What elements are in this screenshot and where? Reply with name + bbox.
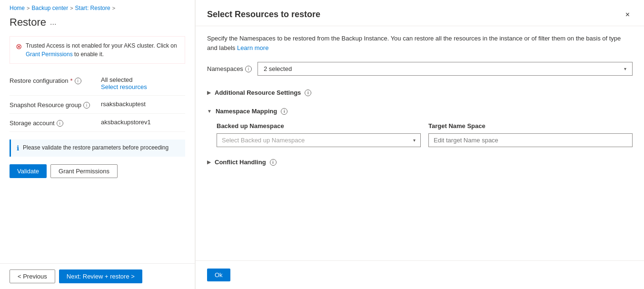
namespaces-value: 2 selected [264,65,292,72]
storage-account-row: Storage account i aksbackupstorev1 [10,114,185,132]
page-title: Restore ... [0,14,195,36]
snapshot-rg-label-text: Snapshot Resource group [10,101,81,109]
warning-box: ⊗ Trusted Access is not enabled for your… [10,36,185,64]
namespaces-dropdown[interactable]: 2 selected ▾ [258,62,633,76]
modal-close-button[interactable]: × [623,10,633,20]
warning-text: Trusted Access is not enabled for your A… [26,41,179,59]
namespaces-label-text: Namespaces [207,65,243,72]
conflict-handling-label: Conflict Handling [215,159,266,166]
additional-settings-section: ▶ Additional Resource Settings i [207,85,633,100]
ok-button[interactable]: Ok [207,269,230,281]
snapshot-rg-info-icon[interactable]: i [83,102,90,109]
modal-description: Specify the Namespaces to be restored fr… [207,34,633,52]
conflict-handling-chevron: ▶ [207,159,211,165]
left-panel: Home > Backup center > Start: Restore > … [0,0,195,289]
namespace-mapping-section: ▼ Namespace Mapping i Backed up Namespac… [207,104,633,151]
target-namespace-input[interactable] [428,133,633,147]
modal-panel: Select Resources to restore × Specify th… [195,0,644,289]
select-resources-link[interactable]: Select resources [101,83,185,90]
action-buttons: Validate Grant Permissions [0,164,195,186]
grant-permissions-button[interactable]: Grant Permissions [50,164,118,178]
restore-config-value-text: All selected [101,76,132,83]
modal-desc-text: Specify the Namespaces to be restored fr… [207,35,621,51]
warning-icon: ⊗ [16,42,22,51]
conflict-handling-info-icon[interactable]: i [270,159,277,166]
modal-title: Select Resources to restore [207,10,320,20]
namespace-mapping-label: Namespace Mapping [216,108,277,115]
conflict-handling-header[interactable]: ▶ Conflict Handling i [207,155,633,169]
modal-header: Select Resources to restore × [196,0,644,26]
restore-config-label: Restore configuration * i [10,76,95,84]
additional-settings-chevron: ▶ [207,90,211,95]
namespaces-info-icon[interactable]: i [245,66,252,72]
storage-account-label: Storage account i [10,119,95,127]
snapshot-rg-row: Snapshot Resource group i rsaksbackuptes… [10,96,185,114]
next-button[interactable]: Next: Review + restore > [59,269,142,283]
backed-up-namespace-header: Backed up Namespace [217,122,421,130]
snapshot-rg-value: rsaksbackuptest [101,100,185,108]
backed-up-namespace-arrow: ▾ [413,138,416,143]
breadcrumb-home[interactable]: Home [10,5,25,11]
restore-config-info-icon[interactable]: i [75,78,81,84]
namespaces-dropdown-arrow: ▾ [624,66,626,71]
additional-settings-info-icon[interactable]: i [305,90,311,96]
namespace-input-row: Select Backed up Namespace ▾ [217,133,633,147]
snapshot-rg-label: Snapshot Resource group i [10,100,95,109]
namespace-mapping-chevron: ▼ [207,109,212,114]
namespaces-label: Namespaces i [207,65,252,72]
namespaces-field-row: Namespaces i 2 selected ▾ [207,62,633,76]
backed-up-namespace-dropdown[interactable]: Select Backed up Namespace ▾ [217,133,421,147]
restore-config-required: * [70,77,73,84]
info-bar: ℹ Please validate the restore parameters… [10,140,185,157]
restore-config-value: All selected Select resources [101,76,185,90]
additional-settings-label: Additional Resource Settings [215,89,301,96]
breadcrumb-sep1: > [27,5,30,11]
breadcrumb-backup-center[interactable]: Backup center [31,5,68,11]
storage-account-value: aksbackupstorev1 [101,119,185,126]
restore-config-row: Restore configuration * i All selected S… [10,71,185,96]
restore-config-label-text: Restore configuration [10,77,69,84]
validate-button[interactable]: Validate [10,164,47,178]
namespace-mapping-content: Backed up Namespace Target Name Space Se… [207,119,633,151]
storage-account-info-icon[interactable]: i [57,120,63,127]
additional-settings-header[interactable]: ▶ Additional Resource Settings i [207,85,633,100]
namespace-table-header: Backed up Namespace Target Name Space [217,122,633,130]
breadcrumb-start-restore[interactable]: Start: Restore [75,5,110,11]
storage-account-value-text: aksbackupstorev1 [101,119,151,126]
namespace-mapping-info-icon[interactable]: i [281,108,287,115]
backed-up-namespace-placeholder: Select Backed up Namespace [222,137,305,144]
info-bar-text: Please validate the restore parameters b… [23,144,168,151]
breadcrumb-sep2: > [70,5,73,11]
storage-account-label-text: Storage account [10,120,55,127]
conflict-handling-section: ▶ Conflict Handling i [207,155,633,169]
previous-button[interactable]: < Previous [10,269,55,283]
modal-body: Specify the Namespaces to be restored fr… [196,26,644,260]
page-title-text: Restore [10,16,46,29]
target-namespace-header: Target Name Space [428,122,633,130]
warning-message: Trusted Access is not enabled for your A… [26,42,177,49]
modal-footer: Ok [196,260,644,289]
snapshot-rg-value-text: rsaksbackuptest [101,100,146,108]
warning-message-2: to enable it. [74,51,104,58]
bottom-nav: < Previous Next: Review + restore > [0,263,195,289]
breadcrumb: Home > Backup center > Start: Restore > [0,0,195,14]
breadcrumb-sep3: > [112,5,115,11]
learn-more-link[interactable]: Learn more [237,44,268,51]
info-bar-icon: ℹ [17,144,19,152]
page-options-menu[interactable]: ... [50,18,56,27]
form-section: Restore configuration * i All selected S… [0,71,195,132]
namespace-mapping-header[interactable]: ▼ Namespace Mapping i [207,104,633,119]
grant-permissions-link[interactable]: Grant Permissions [26,51,73,58]
